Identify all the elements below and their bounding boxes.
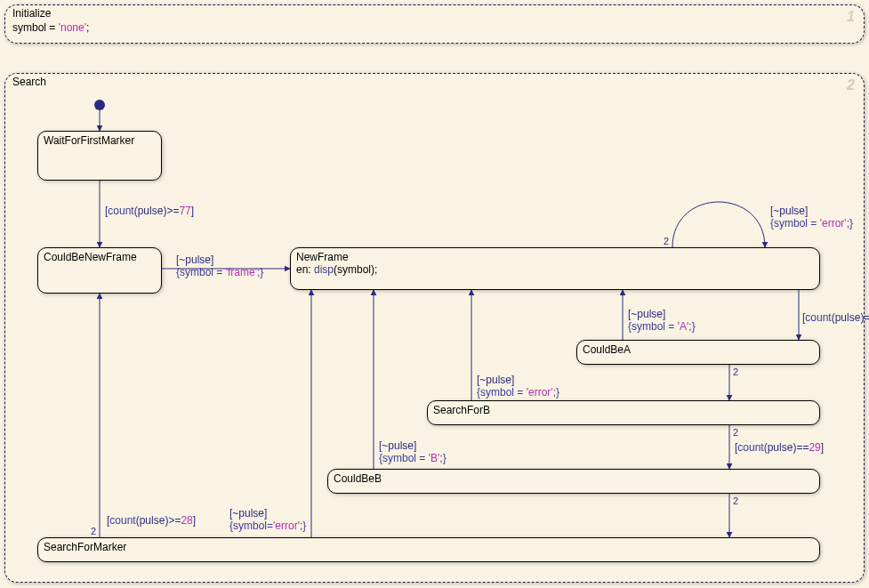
superstate-title: Initialize — [12, 7, 51, 20]
superstate-priority: 2 — [847, 77, 855, 93]
state-label: NewFrame — [296, 251, 814, 263]
state-new-frame[interactable]: NewFrame en: disp(symbol); — [290, 247, 820, 290]
state-could-be-a[interactable]: CouldBeA — [576, 340, 820, 365]
state-label: SearchForMarker — [44, 541, 814, 553]
state-search-for-b[interactable]: SearchForB — [427, 400, 820, 425]
state-label: CouldBeB — [334, 472, 814, 485]
superstate-priority: 1 — [847, 9, 855, 25]
init-code: symbol = 'none'; — [12, 21, 89, 34]
state-entry-action: en: disp(symbol); — [296, 263, 814, 276]
state-could-be-b[interactable]: CouldBeB — [327, 469, 820, 494]
superstate-initialize[interactable]: Initialize 1 symbol = 'none'; — [4, 4, 865, 44]
state-label: CouldBeNewFrame — [44, 251, 156, 263]
state-label: CouldBeA — [583, 343, 814, 356]
state-label: SearchForB — [433, 404, 814, 416]
state-wait-for-first-marker[interactable]: WaitForFirstMarker — [37, 131, 162, 181]
initial-state-icon — [94, 100, 105, 110]
state-search-for-marker[interactable]: SearchForMarker — [37, 537, 820, 562]
state-label: WaitForFirstMarker — [44, 134, 156, 147]
superstate-title: Search — [12, 76, 46, 88]
state-could-be-new-frame[interactable]: CouldBeNewFrame — [37, 247, 162, 294]
